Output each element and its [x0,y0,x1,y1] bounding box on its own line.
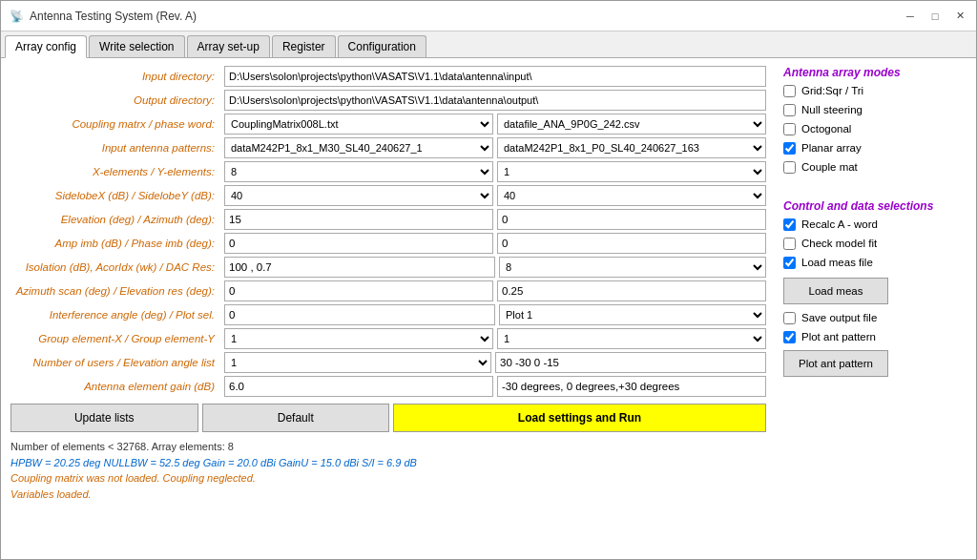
ctrl-load-meas-checkbox[interactable] [783,257,796,269]
coupling-label: Coupling matrx / phase word: [10,118,220,130]
tab-configuration[interactable]: Configuration [338,35,426,57]
status-section: Number of elements < 32768. Array elemen… [10,439,766,502]
ant-gain-degrees-field[interactable] [497,376,766,397]
sidelobe-x-select[interactable]: 40 [224,185,493,206]
input-directory-row: Input directory: [10,66,766,87]
interference-angle-field[interactable] [224,304,495,325]
title-bar: 📡 Antenna Testing System (Rev. A) ─ □ ✕ [1,1,976,31]
output-directory-field[interactable] [224,90,766,111]
phase-imb-field[interactable] [497,233,766,254]
azimuth-scan-row: Azimuth scan (deg) / Elevation res (deg)… [10,280,766,301]
interference-row: Interference angle (deg) / Plot sel. Plo… [10,304,766,325]
plot-sel-select[interactable]: Plot 1 [499,304,766,325]
right-panel: Antenna array modes Grid:Sqr / Tri Null … [776,66,967,551]
status-line-3: Coupling matrix was not loaded. Coupling… [10,470,766,487]
input-antenna-select1[interactable]: dataM242P1_8x1_M30_SL40_240627_1 [224,137,493,158]
mode-null-label: Null steering [801,104,863,115]
group-y-select[interactable]: 1 [497,328,766,349]
antenna-modes-title: Antenna array modes [783,66,967,79]
app-icon: 📡 [9,9,24,24]
ctrl-save-output-label: Save output file [801,312,877,323]
coupling-select1[interactable]: CouplingMatrix008L.txt [224,114,493,135]
mode-grid-checkbox[interactable] [783,85,796,97]
minimize-button[interactable]: ─ [902,8,919,25]
mode-couple-label: Couple mat [801,161,858,173]
group-x-select[interactable]: 1 [224,328,493,349]
elevation-res-field[interactable] [497,280,766,301]
load-and-run-button[interactable]: Load settings and Run [393,404,766,432]
amp-imb-field[interactable] [224,233,493,254]
ctrl-save-output-checkbox[interactable] [783,312,796,324]
input-antenna-select2[interactable]: dataM242P1_8x1_P0_SL40_240627_163 [497,137,766,158]
status-line-2: HPBW = 20.25 deg NULLBW = 52.5 deg Gain … [10,455,766,471]
tab-array-config[interactable]: Array config [5,35,87,58]
ctrl-plot-ant-checkbox[interactable] [783,331,796,343]
isolation-row: Isolation (dB), AcorIdx (wk) / DAC Res: … [10,257,766,278]
tab-write-selection[interactable]: Write selection [89,35,184,57]
default-button[interactable]: Default [202,404,390,432]
output-directory-label: Output directory: [10,94,220,106]
load-meas-button[interactable]: Load meas [783,278,888,304]
update-lists-button[interactable]: Update lists [10,404,198,432]
ctrl-check-model-label: Check model fit [801,238,877,249]
ctrl-recalc-label: Recalc A - word [801,218,878,230]
input-antenna-label: Input antenna patterns: [10,142,220,154]
window-controls: ─ □ ✕ [902,8,968,25]
input-directory-label: Input directory: [10,71,220,82]
num-users-label: Number of users / Elevation angle list [10,357,220,368]
group-label: Group element-X / Group element-Y [10,333,220,344]
input-antenna-row: Input antenna patterns: dataM242P1_8x1_M… [10,137,766,158]
ctrl-recalc-checkbox[interactable] [783,218,796,231]
xy-elements-row: X-elements / Y-elements: 8 1 [10,161,766,182]
sidelobe-y-select[interactable]: 40 [497,185,766,206]
mode-grid-label: Grid:Sqr / Tri [801,85,863,96]
elevation-field[interactable] [224,209,493,230]
coupling-row: Coupling matrx / phase word: CouplingMat… [10,114,766,135]
isolation-field[interactable] [224,257,495,278]
ctrl-load-meas-label: Load meas file [801,257,873,268]
action-buttons-row: Update lists Default Load settings and R… [10,404,766,432]
close-button[interactable]: ✕ [951,8,968,25]
ctrl-recalc-row: Recalc A - word [783,215,967,234]
main-panel: Input directory: Output directory: Coupl… [10,66,766,551]
status-line-1: Number of elements < 32768. Array elemen… [10,439,766,455]
num-users-row: Number of users / Elevation angle list 1 [10,352,766,373]
mode-planar-row: Planar array [783,138,967,157]
plot-ant-pattern-button[interactable]: Plot ant pattern [783,350,888,377]
ctrl-plot-ant-row: Plot ant pattern [783,327,967,346]
ant-gain-label: Antenna element gain (dB) [10,381,220,392]
ant-gain-row: Antenna element gain (dB) [10,376,766,397]
sidelobe-label: SidelobeX (dB) / SidelobeY (dB): [10,190,220,201]
x-elements-select[interactable]: 8 [224,161,493,182]
dac-res-select[interactable]: 8 [499,257,766,278]
y-elements-select[interactable]: 1 [497,161,766,182]
ctrl-load-meas-row: Load meas file [783,253,967,272]
ctrl-check-model-checkbox[interactable] [783,238,796,250]
mode-couple-checkbox[interactable] [783,161,796,174]
control-selections-section: Control and data selections Recalc A - w… [783,199,967,377]
azimuth-scan-label: Azimuth scan (deg) / Elevation res (deg)… [10,285,220,297]
sidelobe-row: SidelobeX (dB) / SidelobeY (dB): 40 40 [10,185,766,206]
elevation-angle-list-field[interactable] [495,352,766,373]
mode-grid-row: Grid:Sqr / Tri [783,81,967,100]
mode-octogonal-checkbox[interactable] [783,123,796,135]
num-users-select[interactable]: 1 [224,352,491,373]
mode-null-checkbox[interactable] [783,104,796,116]
ctrl-check-model-row: Check model fit [783,234,967,253]
mode-null-row: Null steering [783,100,967,119]
coupling-select2[interactable]: datafile_ANA_9P0G_242.csv [497,114,766,135]
ant-gain-field[interactable] [224,376,493,397]
mode-planar-label: Planar array [801,142,862,154]
window-title: Antenna Testing System (Rev. A) [30,10,902,23]
azimuth-field[interactable] [497,209,766,230]
ctrl-plot-ant-label: Plot ant pattern [801,331,876,342]
mode-couple-row: Couple mat [783,157,967,176]
mode-planar-checkbox[interactable] [783,142,796,155]
input-directory-field[interactable] [224,66,766,87]
interference-label: Interference angle (deg) / Plot sel. [10,309,220,321]
azimuth-scan-field[interactable] [224,280,493,301]
tab-array-setup[interactable]: Array set-up [187,35,270,57]
antenna-modes-section: Antenna array modes Grid:Sqr / Tri Null … [783,66,967,176]
tab-register[interactable]: Register [272,35,336,57]
maximize-button[interactable]: □ [926,8,944,25]
